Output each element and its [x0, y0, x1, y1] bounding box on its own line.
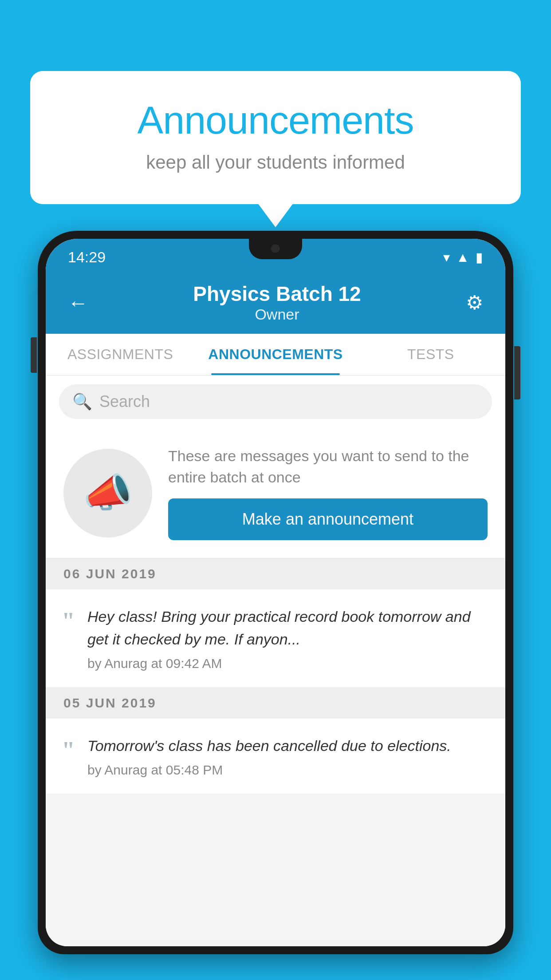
search-bar-container: 🔍 Search	[46, 375, 505, 428]
announcement-meta-2: by Anurag at 05:48 PM	[87, 763, 488, 778]
tab-tests[interactable]: TESTS	[356, 334, 505, 375]
announcement-item-1[interactable]: " Hey class! Bring your practical record…	[46, 589, 505, 688]
search-input[interactable]: Search	[99, 392, 150, 411]
header-subtitle: Owner	[88, 306, 466, 323]
date-label-2: 05 JUN 2019	[63, 695, 157, 710]
quote-icon-2: "	[62, 738, 75, 762]
back-button[interactable]: ←	[68, 291, 88, 315]
prompt-description: These are messages you want to send to t…	[168, 446, 488, 488]
tabs-bar: ASSIGNMENTS ANNOUNCEMENTS TESTS	[46, 334, 505, 375]
header-center: Physics Batch 12 Owner	[88, 282, 466, 323]
date-separator-1: 06 JUN 2019	[46, 558, 505, 589]
announcement-content-2: Tomorrow's class has been cancelled due …	[87, 735, 488, 778]
phone-mockup: 14:29 ▾ ▲ ▮ ← Physics Batch 12 Owner ⚙ A…	[38, 231, 513, 980]
announcement-text-1: Hey class! Bring your practical record b…	[87, 605, 488, 651]
wifi-icon: ▾	[443, 249, 450, 265]
battery-icon: ▮	[476, 249, 483, 265]
status-icons: ▾ ▲ ▮	[443, 249, 483, 265]
speech-bubble: Announcements keep all your students inf…	[30, 71, 521, 204]
app-header: ← Physics Batch 12 Owner ⚙	[46, 272, 505, 334]
announcement-content-1: Hey class! Bring your practical record b…	[87, 605, 488, 671]
megaphone-circle: 📣	[63, 449, 152, 537]
megaphone-icon: 📣	[83, 470, 133, 516]
settings-button[interactable]: ⚙	[466, 291, 483, 314]
header-title: Physics Batch 12	[88, 282, 466, 306]
notch-camera	[271, 244, 280, 253]
date-separator-2: 05 JUN 2019	[46, 688, 505, 719]
search-icon: 🔍	[72, 392, 92, 411]
announcement-prompt: 📣 These are messages you want to send to…	[46, 428, 505, 558]
search-bar[interactable]: 🔍 Search	[59, 384, 492, 419]
bubble-title: Announcements	[66, 98, 485, 143]
announcement-text-2: Tomorrow's class has been cancelled due …	[87, 735, 488, 757]
quote-icon-1: "	[62, 609, 75, 633]
tab-assignments[interactable]: ASSIGNMENTS	[46, 334, 195, 375]
content-area: 🔍 Search 📣 These are messages you want t…	[46, 375, 505, 946]
date-label-1: 06 JUN 2019	[63, 566, 157, 581]
signal-icon: ▲	[456, 250, 469, 265]
phone-notch	[249, 239, 302, 259]
announcement-meta-1: by Anurag at 09:42 AM	[87, 656, 488, 671]
make-announcement-button[interactable]: Make an announcement	[168, 498, 488, 540]
speech-bubble-section: Announcements keep all your students inf…	[30, 71, 521, 204]
status-time: 14:29	[68, 249, 106, 266]
tab-announcements[interactable]: ANNOUNCEMENTS	[195, 334, 356, 375]
prompt-right: These are messages you want to send to t…	[168, 446, 488, 540]
bubble-subtitle: keep all your students informed	[66, 152, 485, 173]
phone-outer: 14:29 ▾ ▲ ▮ ← Physics Batch 12 Owner ⚙ A…	[38, 231, 513, 954]
phone-screen: 14:29 ▾ ▲ ▮ ← Physics Batch 12 Owner ⚙ A…	[46, 239, 505, 946]
announcement-item-2[interactable]: " Tomorrow's class has been cancelled du…	[46, 719, 505, 794]
